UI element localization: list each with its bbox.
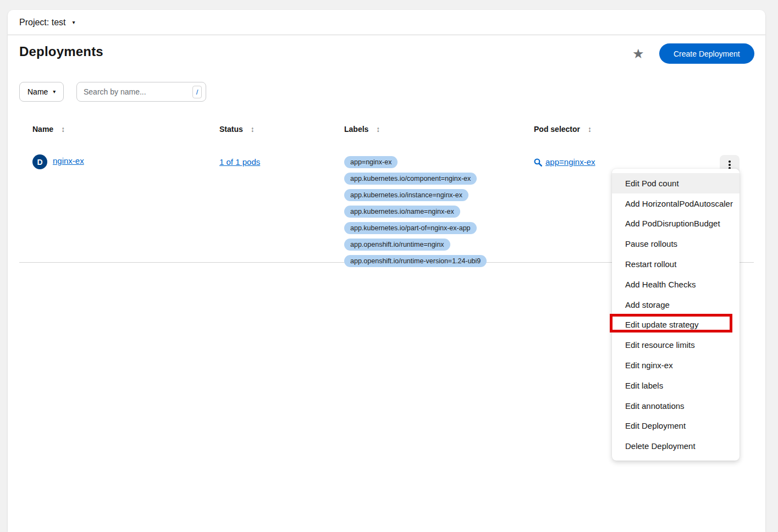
create-deployment-button[interactable]: Create Deployment [659, 43, 754, 64]
label-chip[interactable]: app.kubernetes.io/component=nginx-ex [344, 173, 477, 185]
favorite-star-icon[interactable]: ★ [632, 47, 644, 60]
project-selector-label: Project: test [19, 18, 65, 27]
kebab-dot [729, 160, 731, 163]
menu-item-add-storage[interactable]: Add storage [612, 295, 740, 315]
column-header-labels[interactable]: Labels ↕ [344, 125, 534, 134]
filter-type-label: Name [27, 87, 48, 96]
menu-item-edit-update-strategy[interactable]: Edit update strategy [612, 315, 740, 335]
menu-item-edit-labels[interactable]: Edit labels [612, 375, 740, 396]
sort-icon[interactable]: ↕ [61, 125, 65, 134]
filter-type-dropdown[interactable]: Name ▾ [19, 82, 64, 102]
sort-icon[interactable]: ↕ [376, 125, 380, 134]
column-header-name[interactable]: Name ↕ [19, 125, 219, 134]
deployment-name-link[interactable]: nginx-ex [53, 156, 84, 165]
menu-item-delete-deployment[interactable]: Delete Deployment [612, 436, 740, 456]
actions-dropdown-menu: Edit Pod count Add HorizontalPodAutoscal… [612, 169, 740, 461]
page-title: Deployments [19, 44, 103, 59]
pod-selector-link[interactable]: app=nginx-ex [545, 157, 595, 167]
search-icon [534, 158, 542, 167]
kebab-dot [729, 164, 731, 166]
column-header-actions [720, 125, 754, 134]
menu-item-edit-pod-count[interactable]: Edit Pod count [612, 173, 740, 193]
label-chip[interactable]: app.kubernetes.io/name=nginx-ex [344, 206, 460, 218]
column-header-status[interactable]: Status ↕ [219, 125, 344, 134]
label-chip[interactable]: app.kubernetes.io/instance=nginx-ex [344, 189, 468, 201]
menu-item-restart-rollout[interactable]: Restart rollout [612, 254, 740, 274]
sort-icon[interactable]: ↕ [588, 125, 592, 134]
label-chip[interactable]: app=nginx-ex [344, 156, 398, 168]
search-field-container: / [76, 82, 206, 102]
cell-labels: app=nginx-ex app.kubernetes.io/component… [344, 142, 534, 267]
column-header-pod-selector[interactable]: Pod selector ↕ [534, 125, 720, 134]
project-selector[interactable]: Project: test ▾ [8, 10, 765, 35]
menu-item-add-health-checks[interactable]: Add Health Checks [612, 274, 740, 295]
label-chip[interactable]: app.kubernetes.io/part-of=nginx-ex-app [344, 222, 477, 234]
menu-item-add-horizontalpodautoscaler[interactable]: Add HorizontalPodAutoscaler [612, 193, 740, 214]
cell-status: 1 of 1 pods [219, 142, 344, 267]
menu-item-edit-nginx-ex[interactable]: Edit nginx-ex [612, 355, 740, 375]
menu-item-pause-rollouts[interactable]: Pause rollouts [612, 234, 740, 254]
label-chip[interactable]: app.openshift.io/runtime=nginx [344, 239, 450, 251]
menu-item-edit-resource-limits[interactable]: Edit resource limits [612, 335, 740, 355]
table-header-row: Name ↕ Status ↕ Labels ↕ Pod selector ↕ [19, 125, 754, 134]
chevron-down-icon: ▾ [72, 20, 75, 25]
chevron-down-icon: ▾ [53, 89, 56, 95]
menu-item-edit-annotations[interactable]: Edit annotations [612, 396, 740, 416]
cell-name: D nginx-ex [19, 142, 219, 267]
main-content-card: Project: test ▾ Deployments ★ Create Dep… [8, 10, 765, 532]
pods-status-link[interactable]: 1 of 1 pods [219, 157, 260, 167]
menu-item-edit-deployment[interactable]: Edit Deployment [612, 416, 740, 436]
deployment-badge: D [32, 154, 47, 169]
keyboard-shortcut-badge: / [192, 86, 202, 98]
menu-item-add-poddisruptionbudget[interactable]: Add PodDisruptionBudget [612, 214, 740, 234]
search-input[interactable] [84, 87, 192, 96]
sort-icon[interactable]: ↕ [251, 125, 255, 134]
label-chip[interactable]: app.openshift.io/runtime-version=1.24-ub… [344, 255, 487, 267]
